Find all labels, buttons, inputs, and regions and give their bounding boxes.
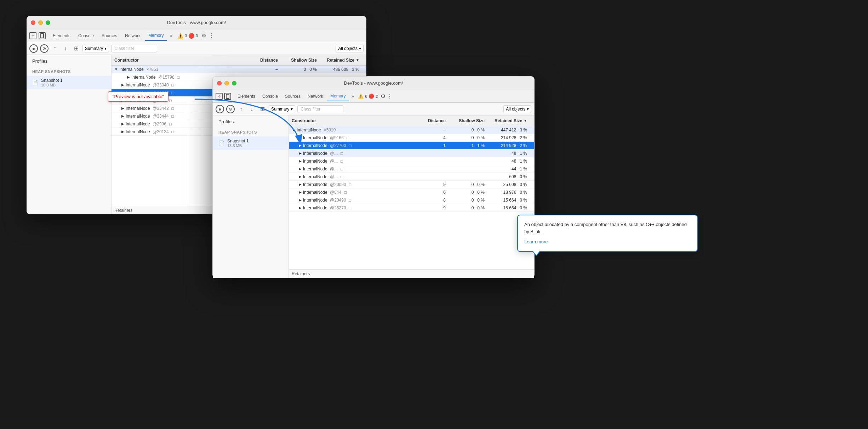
settings-icon-2[interactable]: ⚙ bbox=[381, 93, 386, 100]
traffic-lights-2 bbox=[217, 81, 236, 85]
tab-network-2[interactable]: Network bbox=[304, 92, 327, 101]
table-row[interactable]: ▶ InternalNode @... □ 48 1 % bbox=[289, 149, 534, 157]
row-constructor: ▼ InternalNode ×5010 bbox=[289, 128, 420, 132]
tab-sources-1[interactable]: Sources bbox=[98, 31, 121, 40]
info-popup: An object allocated by a component other… bbox=[517, 215, 698, 252]
download-btn-1[interactable]: ↓ bbox=[61, 44, 70, 53]
expand-arrow-icon[interactable]: ▶ bbox=[121, 114, 124, 118]
row-constructor: ▶ InternalNode @20090 □ bbox=[289, 182, 420, 187]
info-popup-text: An object allocated by a component other… bbox=[524, 221, 691, 235]
learn-more-link[interactable]: Learn more bbox=[524, 239, 548, 244]
expand-arrow-icon[interactable]: ▶ bbox=[121, 122, 124, 126]
inspector-icon-1[interactable]: ⊹ bbox=[29, 32, 36, 39]
error-count-2: 2 bbox=[376, 94, 378, 98]
sidebar-1: Profiles HEAP SNAPSHOTS 📄 Snapshot 1 16.… bbox=[27, 55, 112, 214]
col-distance-1: Distance bbox=[252, 58, 281, 63]
table-row[interactable]: ▼ InternalNode ×5010 – 0 0 % 447 412 3 % bbox=[289, 126, 534, 134]
expand-arrow-icon[interactable]: ▶ bbox=[121, 106, 124, 110]
record-btn-1[interactable]: ● bbox=[29, 44, 38, 53]
device-toggle-1[interactable] bbox=[39, 32, 46, 39]
table-row[interactable]: ▶ InternalNode @... □ 608 0 % bbox=[289, 173, 534, 181]
table-row[interactable]: ▶ InternalNode @9166 □ 4 0 0 % 214 928 2… bbox=[289, 134, 534, 142]
sort-arrow-icon-2: ▼ bbox=[524, 119, 527, 123]
table-row[interactable]: ▶ InternalNode @27700 □ 1 1 1 % 214 928 … bbox=[289, 142, 534, 149]
class-filter-1[interactable]: Class filter bbox=[111, 45, 157, 52]
all-objects-dropdown-2[interactable]: All objects ▾ bbox=[503, 105, 531, 113]
clear-btn-1[interactable]: ⊘ bbox=[40, 44, 48, 53]
all-objects-label-2: All objects bbox=[506, 107, 525, 112]
minimize-button-2[interactable] bbox=[224, 81, 229, 85]
col-retained-label-2: Retained Size bbox=[495, 118, 522, 123]
table-row[interactable]: ▶ InternalNode @844 □ 6 0 0 % 18 976 0 % bbox=[289, 188, 534, 196]
expand-arrow-icon[interactable]: ▶ bbox=[299, 175, 302, 179]
window-title-1: DevTools - www.google.com/ bbox=[167, 20, 226, 25]
all-objects-arrow-icon-1: ▾ bbox=[359, 46, 361, 51]
row-constructor: ▶ InternalNode @... □ bbox=[289, 151, 420, 156]
more-icon-1[interactable]: ⋮ bbox=[209, 32, 214, 39]
expand-arrow-icon[interactable]: ▶ bbox=[121, 83, 124, 87]
table-row[interactable]: ▶ InternalNode @25270 □ 9 0 0 % 15 664 0… bbox=[289, 204, 534, 212]
expand-arrow-icon[interactable]: ▶ bbox=[127, 75, 130, 79]
row-constructor: ▶ InternalNode @20490 □ bbox=[289, 198, 420, 203]
fullscreen-button-2[interactable] bbox=[232, 81, 236, 85]
row-constructor: ▶ InternalNode @... □ bbox=[289, 159, 420, 164]
close-button-2[interactable] bbox=[217, 81, 222, 85]
summary-dropdown-1[interactable]: Summary ▾ bbox=[82, 45, 109, 52]
preview-tooltip: "Preview is not available" bbox=[108, 91, 169, 102]
row-constructor: ▶ InternalNode @25270 □ bbox=[289, 205, 420, 210]
title-bar-2: DevTools - www.google.com/ bbox=[213, 77, 534, 90]
row-constructor: ▶ InternalNode @9166 □ bbox=[289, 135, 420, 140]
expand-arrow-icon[interactable]: ▶ bbox=[121, 130, 124, 134]
expand-arrow-icon[interactable]: ▶ bbox=[299, 198, 302, 202]
warn-count-2: 6 bbox=[365, 94, 367, 98]
row-constructor: ▼ InternalNode ×7851 bbox=[112, 67, 252, 72]
blue-arrow-icon bbox=[191, 96, 304, 166]
expand-arrow-icon[interactable]: ▶ bbox=[299, 167, 302, 171]
all-objects-label-1: All objects bbox=[338, 46, 358, 51]
col-constructor-2: Constructor bbox=[289, 118, 420, 123]
all-objects-dropdown-1[interactable]: All objects ▾ bbox=[336, 45, 364, 52]
tab-console-1[interactable]: Console bbox=[75, 31, 97, 40]
table-row[interactable]: ▶ InternalNode @... □ 44 1 % bbox=[289, 165, 534, 173]
tab-more-1[interactable]: » bbox=[168, 32, 175, 40]
tab-memory-2[interactable]: Memory bbox=[327, 91, 349, 101]
upload-btn-1[interactable]: ↑ bbox=[51, 44, 59, 53]
col-retained-1: Retained Size ▼ bbox=[320, 58, 362, 63]
tab-more-2[interactable]: » bbox=[349, 92, 356, 100]
tab-memory-1[interactable]: Memory bbox=[145, 31, 167, 41]
table-row[interactable]: ▶ InternalNode @20490 □ 8 0 0 % 15 664 0… bbox=[289, 196, 534, 204]
class-filter-placeholder-1: Class filter bbox=[114, 46, 134, 51]
expand-arrow-icon[interactable]: ▶ bbox=[299, 206, 302, 210]
close-button-1[interactable] bbox=[31, 20, 35, 25]
table-header-2: Constructor Distance Shallow Size Retain… bbox=[289, 115, 534, 126]
tab-elements-1[interactable]: Elements bbox=[49, 31, 74, 40]
summary-label-1: Summary bbox=[85, 46, 103, 51]
error-count-1: 3 bbox=[196, 34, 198, 38]
col-distance-2: Distance bbox=[420, 118, 449, 123]
tab-network-1[interactable]: Network bbox=[121, 31, 144, 40]
profiles-title-1: Profiles bbox=[27, 55, 111, 65]
snapshot-size-1: 16.0 MB bbox=[41, 83, 63, 87]
table-header-1: Constructor Distance Shallow Size Retain… bbox=[112, 55, 366, 66]
fullscreen-button-1[interactable] bbox=[46, 20, 50, 25]
expand-arrow-icon[interactable]: ▼ bbox=[114, 67, 118, 71]
summary-arrow-icon-1: ▾ bbox=[104, 46, 107, 51]
main-panel-2: Constructor Distance Shallow Size Retain… bbox=[289, 115, 534, 278]
expand-arrow-icon[interactable]: ▶ bbox=[299, 182, 302, 186]
settings-icon-1[interactable]: ⚙ bbox=[201, 32, 206, 39]
table-row[interactable]: ▼ InternalNode ×7851 – 0 0 % 486 608 3 % bbox=[112, 66, 366, 73]
snapshot-file-icon-1: 📄 bbox=[32, 80, 38, 85]
expand-arrow-icon[interactable]: ▶ bbox=[299, 190, 302, 194]
more-icon-2[interactable]: ⋮ bbox=[387, 93, 393, 100]
col-shallow-1: Shallow Size bbox=[281, 58, 320, 63]
table-row[interactable]: ▶ InternalNode @20090 □ 9 0 0 % 25 608 0… bbox=[289, 181, 534, 188]
minimize-button-1[interactable] bbox=[38, 20, 43, 25]
snapshot-item-1[interactable]: 📄 Snapshot 1 16.0 MB bbox=[27, 76, 111, 89]
heap-snapshots-title-1: HEAP SNAPSHOTS bbox=[27, 65, 111, 76]
row-constructor: ▶ InternalNode @844 □ bbox=[289, 190, 420, 195]
table-body-2[interactable]: ▼ InternalNode ×5010 – 0 0 % 447 412 3 %… bbox=[289, 126, 534, 269]
collect-btn-1[interactable]: ⊞ bbox=[72, 44, 80, 53]
col-retained-2: Retained Size ▼ bbox=[487, 118, 530, 123]
table-row[interactable]: ▶ InternalNode @... □ 48 1 % bbox=[289, 157, 534, 165]
snapshot-info-1: Snapshot 1 16.0 MB bbox=[41, 78, 63, 87]
